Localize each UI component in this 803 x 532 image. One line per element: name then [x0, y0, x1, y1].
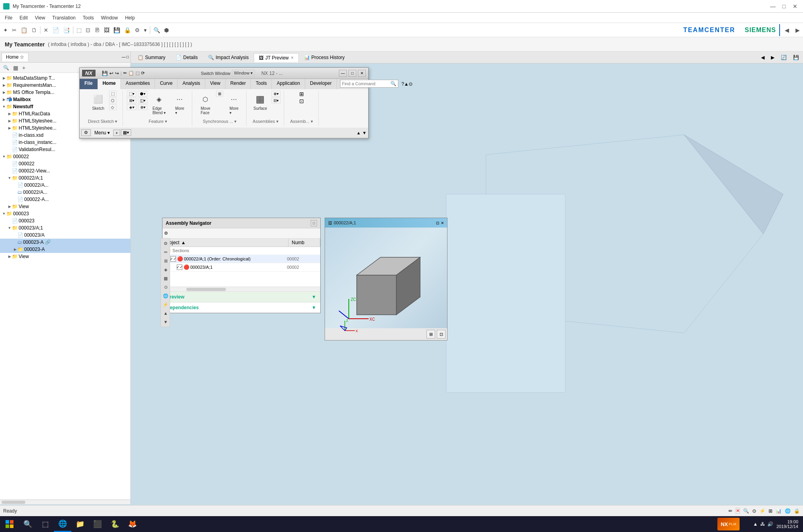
assemb-dropdown[interactable]: Assemb... ▾ — [288, 118, 315, 125]
sketch-btn[interactable]: ⬜ Sketch — [89, 91, 107, 113]
menu-window[interactable]: Window — [98, 14, 121, 21]
nx-left-icon7[interactable]: 🌐 — [162, 292, 170, 300]
nx-view-btn[interactable]: ⬚ — [136, 71, 140, 76]
toolbar-icon3[interactable]: 📋 — [19, 25, 29, 36]
tab-process-history[interactable]: 📊 Process History — [299, 53, 350, 62]
feat-btn6[interactable]: ⊕▾ — [138, 104, 147, 110]
nx-tab-curve[interactable]: Curve — [155, 79, 178, 89]
synchronous-dropdown[interactable]: Synchronous ... ▾ — [201, 118, 239, 125]
toolbar-icon7[interactable]: 📑 — [61, 25, 71, 36]
move-face-btn[interactable]: ⬡ MoveFace — [196, 91, 214, 117]
toolbar-icon6[interactable]: 📄 — [51, 25, 61, 36]
nx-resize-v[interactable]: ▲ — [356, 130, 361, 135]
tree-item-15[interactable]: 📄 000022/A... — [0, 182, 130, 189]
assemb-icon1[interactable]: ⊞ — [299, 91, 304, 97]
tab-nav-next[interactable]: ▶ — [769, 54, 777, 61]
status-icon6[interactable]: ⊞ — [769, 508, 772, 514]
tree-item-19[interactable]: ▼ 📁 000023 — [0, 210, 130, 217]
tree-toggle-18[interactable]: ▶ — [7, 205, 12, 209]
nx-tab-analysis[interactable]: Analysis — [178, 79, 205, 89]
tab-jt-close[interactable]: ✕ — [291, 55, 294, 60]
nx-copy-btn[interactable]: 📋 — [128, 71, 134, 76]
tab-home[interactable]: Home ☆ — [2, 53, 29, 61]
menu-view[interactable]: View — [32, 14, 48, 21]
tree-toggle-3[interactable]: ▶ — [2, 98, 6, 101]
sketch-sub3[interactable]: ◇ — [109, 104, 117, 110]
status-icon4[interactable]: ⊙ — [752, 508, 756, 514]
surface-sub2[interactable]: ⊟▾ — [271, 98, 281, 103]
tree-item-22[interactable]: 📄 000023/A — [0, 232, 130, 239]
nx-grid-btn[interactable]: ▦▾ — [121, 129, 131, 136]
taskbar-search[interactable]: 🔍 — [19, 516, 36, 532]
feat-btn2[interactable]: ⊞▾ — [127, 98, 136, 103]
direct-sketch-dropdown[interactable]: Direct Sketch ▾ — [86, 118, 119, 125]
tab-impact-analysis[interactable]: 🔍 Impact Analysis — [203, 53, 254, 62]
tree-toggle-24[interactable]: ▶ — [13, 247, 17, 251]
nx-tab-tools[interactable]: Tools — [251, 79, 272, 89]
an-scrollbar[interactable] — [163, 287, 320, 291]
tree-expand[interactable]: + — [21, 62, 27, 73]
toolbar-icon13[interactable]: 🔒 — [122, 25, 132, 36]
nx-tab-view[interactable]: View — [205, 79, 226, 89]
viewport-close[interactable]: ✕ — [441, 221, 444, 225]
nx-left-icon5[interactable]: ▦ — [162, 274, 170, 282]
toolbar-icon12[interactable]: 💾 — [112, 25, 122, 36]
an-row-0[interactable]: — ✓ 🔴 000022/A;1 (Order: Chronological) … — [163, 255, 320, 263]
tree-item-20[interactable]: 📄 000023 — [0, 217, 130, 224]
nx-left-icon10[interactable]: ▼ — [162, 318, 170, 326]
nx-save-btn[interactable]: 💾 — [102, 71, 108, 76]
tree-item-9[interactable]: 📄 in-class_instanc... — [0, 139, 130, 146]
an-scrollbar-thumb[interactable] — [186, 288, 226, 291]
nx-tab-home[interactable]: Home — [98, 79, 121, 89]
tree-item-16[interactable]: 🗂 000022/A... — [0, 189, 130, 196]
assemb-icon2[interactable]: ⊡ — [299, 98, 304, 104]
taskbar-app2[interactable]: 🦊 — [124, 516, 141, 532]
tab-details[interactable]: 📄 Details — [170, 53, 203, 62]
edge-blend-btn[interactable]: ◈ EdgeBlend ▾ — [149, 91, 169, 117]
an-settings-btn[interactable]: ⚙ — [164, 231, 168, 236]
minimize-button[interactable]: — — [768, 2, 778, 11]
an-maximize-btn[interactable]: □ — [311, 220, 317, 226]
nx-window-btn[interactable]: Window ▾ — [232, 70, 255, 77]
toolbar-icon11[interactable]: 🖼 — [102, 25, 111, 36]
sketch-sub2[interactable]: ⬡ — [109, 98, 117, 103]
viewport-restore[interactable]: ⊡ — [436, 221, 439, 225]
menu-file[interactable]: File — [2, 14, 15, 21]
horizontal-scrollbar[interactable] — [0, 499, 130, 504]
taskbar-edge[interactable]: 🌐 — [54, 516, 71, 532]
status-icon1[interactable]: ✏ — [728, 508, 732, 514]
status-icon5[interactable]: ⚡ — [759, 508, 765, 514]
status-icon9[interactable]: 🔒 — [794, 508, 800, 514]
viewport-btn1[interactable]: ⊞ — [426, 330, 435, 339]
nx-settings-icon[interactable]: ⚙ — [81, 129, 91, 136]
feat-btn3[interactable]: ◈▾ — [127, 104, 136, 110]
feat-btn5[interactable]: ◫▾ — [138, 98, 147, 103]
nx-tab-developer[interactable]: Developer — [305, 79, 337, 89]
tree-toggle-4[interactable]: ▼ — [2, 105, 6, 109]
tree-item-25[interactable]: ▶ 📁 View — [0, 253, 130, 260]
more-btn-sync[interactable]: ⋯ More▾ — [225, 91, 243, 117]
tray-volume[interactable]: 🔊 — [767, 521, 773, 527]
nx-left-icon2[interactable]: ✏ — [162, 248, 170, 256]
feature-dropdown[interactable]: Feature ▾ — [147, 118, 169, 125]
tree-item-17[interactable]: 📄 000022-A... — [0, 196, 130, 203]
nx-left-icon6[interactable]: ⊙ — [162, 283, 170, 291]
menu-translation[interactable]: Translation — [49, 14, 79, 21]
toolbar-icon1[interactable]: ✦ — [2, 25, 10, 36]
status-icon7[interactable]: 📊 — [776, 508, 782, 514]
nx-left-icon9[interactable]: ▲ — [162, 309, 170, 317]
assemblies-dropdown[interactable]: Assemblies ▾ — [251, 118, 281, 125]
nx-minimize[interactable]: — — [339, 70, 347, 77]
an-dependencies-section[interactable]: Dependencies ▼ — [163, 302, 320, 313]
taskbar-terminal[interactable]: ⬛ — [89, 516, 106, 532]
toolbar-search[interactable]: 🔍 — [152, 25, 162, 36]
tree-item-10[interactable]: 📄 ValidationResul... — [0, 146, 130, 153]
an-col-number[interactable]: Numb — [289, 239, 320, 247]
nx-undo-btn[interactable]: ↩ — [109, 71, 113, 76]
sketch-sub1[interactable]: ⬚ — [109, 91, 117, 97]
nx-left-icon8[interactable]: ⚡ — [162, 300, 170, 308]
nx-btn5[interactable]: ⟳ — [141, 71, 145, 76]
tab-refresh[interactable]: 🔄 — [778, 54, 789, 61]
surface-sub1[interactable]: ⊕▾ — [271, 91, 281, 97]
tray-up-arrow[interactable]: ▲ — [753, 521, 758, 527]
